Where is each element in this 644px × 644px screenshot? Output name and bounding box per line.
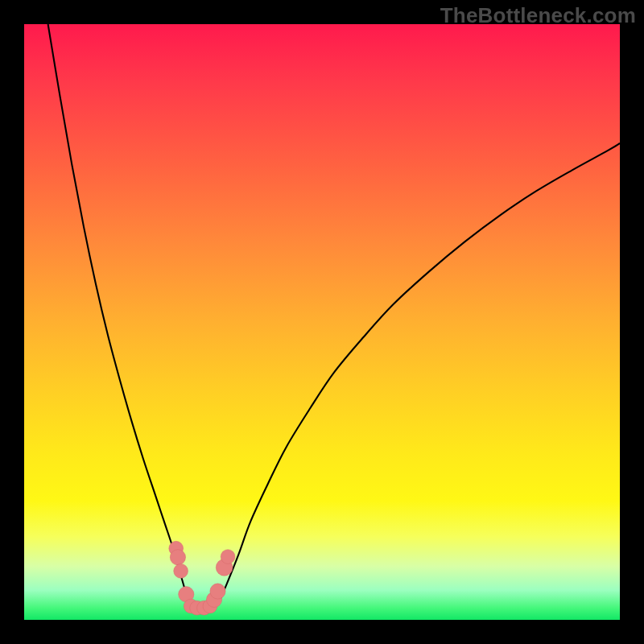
chart-frame: TheBottleneck.com — [0, 0, 644, 644]
data-point-marker — [210, 584, 225, 599]
right-curve — [218, 143, 621, 605]
data-point-marker — [221, 550, 235, 564]
marker-group — [169, 541, 235, 615]
data-point-marker — [174, 564, 188, 578]
plot-area — [24, 24, 620, 620]
data-point-marker — [170, 550, 185, 565]
chart-svg — [24, 24, 620, 620]
left-curve — [48, 24, 188, 605]
